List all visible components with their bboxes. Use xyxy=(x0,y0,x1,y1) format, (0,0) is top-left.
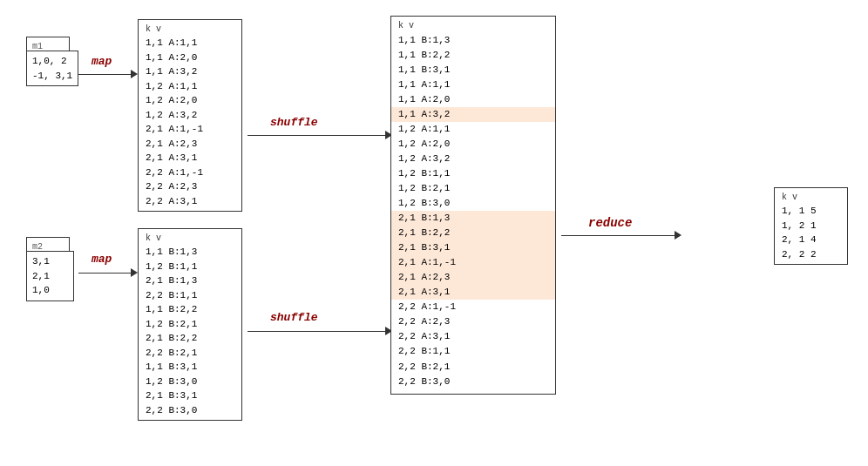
shuffled-to-reduce-arrow xyxy=(561,231,682,240)
shuffled-row-0: 1,1 B:1,3 xyxy=(398,33,548,48)
shuffled-row-20: 2,2 A:3,1 xyxy=(398,329,548,344)
m2-mapped-row-11: 2,2 B:3,0 xyxy=(146,403,234,418)
shuffled-row-14: 2,1 B:3,1 xyxy=(391,240,555,255)
shuffled-row-3: 1,1 A:1,1 xyxy=(398,78,548,92)
shuffled-row-7: 1,2 A:2,0 xyxy=(398,137,548,152)
shuffled-row-13: 2,1 B:2,2 xyxy=(391,226,555,240)
m2-row3: 1,0 xyxy=(32,283,68,298)
result-row-2: 2, 1 4 xyxy=(782,233,840,247)
m2-to-map-arrow xyxy=(78,268,138,277)
m2-mapped-row-9: 1,2 B:3,0 xyxy=(146,375,234,389)
shuffled-row-1: 1,1 B:2,2 xyxy=(398,48,548,63)
m1-row1: 1,0, 2 xyxy=(32,54,72,69)
m1-mapped-row-4: 1,2 A:2,0 xyxy=(146,93,234,108)
result-row-0: 1, 1 5 xyxy=(782,204,840,219)
m2-mapped-row-8: 1,1 B:3,1 xyxy=(146,360,234,375)
shuffled-row-17: 2,1 A:3,1 xyxy=(391,285,555,300)
shuffled-row-15: 2,1 A:1,-1 xyxy=(391,255,555,270)
m2-mapped-row-1: 1,2 B:1,1 xyxy=(146,260,234,274)
result-row-3: 2, 2 2 xyxy=(782,247,840,262)
shuffled-row-5: 1,1 A:3,2 xyxy=(391,107,555,122)
m2-mapped-row-7: 2,2 B:2,1 xyxy=(146,346,234,361)
diagram: m1 1,0, 2 -1, 3,1 map k v 1,1 A:1,1 1,1 … xyxy=(0,0,868,466)
m2-mapped-row-10: 2,1 B:3,1 xyxy=(146,388,234,403)
m1-mapped-row-9: 2,2 A:1,-1 xyxy=(146,165,234,180)
m2-row2: 2,1 xyxy=(32,269,68,284)
result-header: k v xyxy=(782,191,840,204)
m2-mapped-row-4: 1,1 B:2,2 xyxy=(146,302,234,317)
m2-mapped-table: k v 1,1 B:1,3 1,2 B:1,1 2,1 B:1,3 2,2 B:… xyxy=(138,228,242,421)
m1-mapped-row-10: 2,2 A:2,3 xyxy=(146,179,234,194)
shuffle-label-bottom: shuffle xyxy=(270,311,318,324)
shuffled-row-21: 2,2 B:1,1 xyxy=(398,344,548,359)
result-row-1: 1, 2 1 xyxy=(782,219,840,233)
map-label-top: map xyxy=(92,55,112,68)
m1-mapped-row-8: 2,1 A:3,1 xyxy=(146,151,234,165)
m1-mapped-table: k v 1,1 A:1,1 1,1 A:2,0 1,1 A:3,2 1,2 A:… xyxy=(138,19,242,212)
m1-mapped-row-6: 2,1 A:1,-1 xyxy=(146,122,234,137)
m1-mapped-row-1: 1,1 A:2,0 xyxy=(146,51,234,65)
shuffled-row-6: 1,2 A:1,1 xyxy=(398,122,548,137)
shuffled-row-10: 1,2 B:2,1 xyxy=(398,181,548,196)
m2-matrix: 3,1 2,1 1,0 xyxy=(26,251,74,301)
shuffled-row-18: 2,2 A:1,-1 xyxy=(398,300,548,314)
shuffled-row-19: 2,2 A:2,3 xyxy=(398,314,548,329)
shuffled-row-4: 1,1 A:2,0 xyxy=(398,92,548,107)
result-table: k v 1, 1 5 1, 2 1 2, 1 4 2, 2 2 xyxy=(774,187,848,265)
m2-row1: 3,1 xyxy=(32,254,68,269)
shuffled-row-23: 2,2 B:3,0 xyxy=(398,375,548,389)
shuffled-row-11: 1,2 B:3,0 xyxy=(398,196,548,211)
m1-to-map-arrow xyxy=(78,70,138,78)
m1-matrix: 1,0, 2 -1, 3,1 xyxy=(26,51,78,86)
shuffled-row-22: 2,2 B:2,1 xyxy=(398,360,548,375)
m2-mapped-row-5: 1,2 B:2,1 xyxy=(146,317,234,332)
m1-mapped-row-3: 1,2 A:1,1 xyxy=(146,79,234,94)
m1-to-shuffle-arrow xyxy=(248,131,392,139)
map-label-bottom: map xyxy=(92,253,112,266)
shuffled-header: k v xyxy=(398,19,548,33)
shuffled-row-2: 1,1 B:3,1 xyxy=(398,63,548,78)
reduce-label: reduce xyxy=(588,216,632,230)
shuffled-table: k v 1,1 B:1,31,1 B:2,21,1 B:3,11,1 A:1,1… xyxy=(390,16,556,395)
m2-mapped-row-0: 1,1 B:1,3 xyxy=(146,245,234,260)
shuffled-row-12: 2,1 B:1,3 xyxy=(391,211,555,226)
m2-mapped-header: k v xyxy=(146,232,234,245)
m1-row2: -1, 3,1 xyxy=(32,69,72,84)
shuffled-row-16: 2,1 A:2,3 xyxy=(391,270,555,285)
m2-mapped-row-3: 2,2 B:1,1 xyxy=(146,288,234,303)
m1-mapped-header: k v xyxy=(146,23,234,36)
m2-to-shuffle-arrow xyxy=(248,327,392,335)
m1-mapped-row-2: 1,1 A:3,2 xyxy=(146,64,234,79)
m2-mapped-row-2: 2,1 B:1,3 xyxy=(146,274,234,288)
shuffled-row-8: 1,2 A:3,2 xyxy=(398,152,548,166)
shuffled-row-9: 1,2 B:1,1 xyxy=(398,166,548,181)
m1-mapped-row-5: 1,2 A:3,2 xyxy=(146,108,234,123)
m1-mapped-row-0: 1,1 A:1,1 xyxy=(146,36,234,51)
m2-mapped-row-6: 2,1 B:2,2 xyxy=(146,331,234,346)
shuffle-label-top: shuffle xyxy=(270,116,318,129)
m1-mapped-row-11: 2,2 A:3,1 xyxy=(146,194,234,209)
m1-mapped-row-7: 2,1 A:2,3 xyxy=(146,137,234,152)
